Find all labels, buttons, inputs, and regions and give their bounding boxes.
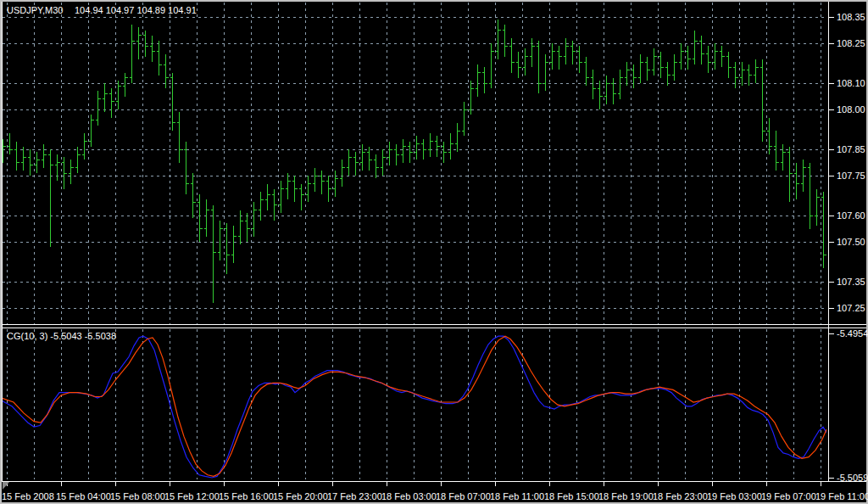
indicator-pane[interactable] (2, 328, 828, 480)
main-chart-pane[interactable] (2, 2, 828, 325)
chart-canvas: 108.35108.25108.10108.00107.85107.75107.… (0, 0, 868, 504)
pane-splitter[interactable] (2, 325, 866, 328)
indicator-axis[interactable] (829, 328, 866, 480)
chart-window: 108.35108.25108.10108.00107.85107.75107.… (0, 0, 868, 504)
time-axis[interactable] (2, 482, 866, 502)
price-axis[interactable] (829, 2, 866, 325)
